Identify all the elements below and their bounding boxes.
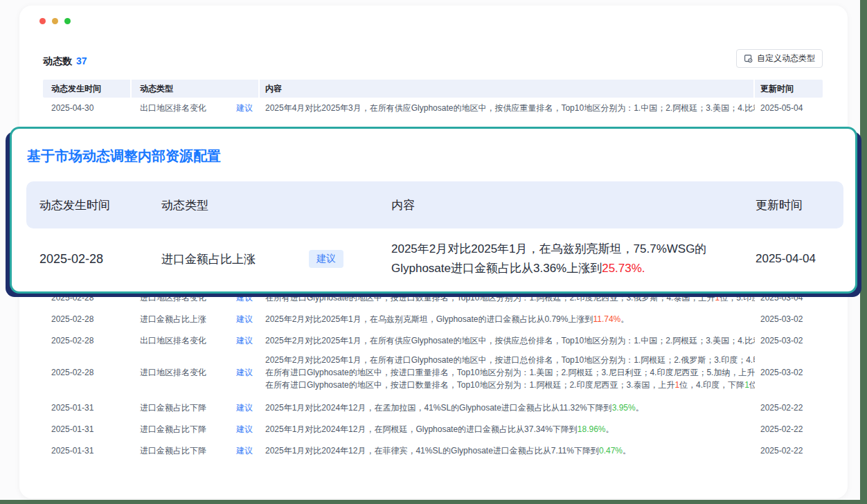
header-dynamic-type: 动态类型 bbox=[132, 80, 260, 98]
row-date: 2025-02-28 bbox=[43, 336, 132, 345]
row-type: 进口地区排名变化 bbox=[140, 292, 206, 304]
customize-dynamic-type-button[interactable]: 自定义动态类型 bbox=[736, 49, 823, 68]
suggestion-tag[interactable]: 建议 bbox=[236, 424, 253, 435]
minimize-window-icon[interactable] bbox=[52, 18, 58, 24]
callout-header-content: 内容 bbox=[391, 197, 750, 213]
header-content: 内容 bbox=[260, 80, 755, 98]
suggestion-tag[interactable]: 建议 bbox=[236, 402, 253, 414]
suggestion-tag[interactable]: 建议 bbox=[309, 250, 343, 268]
close-window-icon[interactable] bbox=[39, 18, 46, 24]
header-occur-time: 动态发生时间 bbox=[43, 80, 132, 98]
row-content: 2025年1月对比2024年12月，在菲律宾，41%SL的Glyphosate进… bbox=[260, 444, 755, 457]
table-row: 2025-01-31进口金额占比下降建议2025年1月对比2024年12月，在菲… bbox=[43, 440, 823, 461]
suggestion-tag[interactable]: 建议 bbox=[236, 314, 253, 325]
row-date: 2025-02-28 bbox=[43, 314, 132, 324]
row-date: 2025-01-31 bbox=[43, 403, 132, 413]
dynamics-count: 动态数37 bbox=[43, 55, 87, 68]
callout-table-header: 动态发生时间 动态类型 内容 更新时间 bbox=[26, 181, 843, 228]
row-date: 2025-02-28 bbox=[43, 368, 132, 377]
callout-table-row: 2025-02-28 进口金额占比上涨 建议 2025年2月对比2025年1月，… bbox=[26, 234, 843, 284]
row-updated: 2025-03-02 bbox=[755, 314, 823, 324]
table-row: 2025-02-28进口地区排名变化建议2025年2月对比2025年1月，在所有… bbox=[43, 353, 823, 392]
row-content: 2025年4月对比2025年3月，在所有供应Glyphosate的地区中，按供应… bbox=[260, 102, 755, 114]
suggestion-tag[interactable]: 建议 bbox=[236, 445, 253, 457]
maximize-window-icon[interactable] bbox=[64, 18, 71, 24]
row-date: 2025-02-28 bbox=[26, 252, 161, 267]
customize-icon bbox=[744, 54, 753, 63]
highlight-callout: 基于市场动态调整内部资源配置 动态发生时间 动态类型 内容 更新时间 2025-… bbox=[10, 127, 857, 294]
row-updated: 2025-04-04 bbox=[750, 252, 843, 266]
table-row: 2025-01-31进口金额占比下降建议2025年1月对比2024年12月，在阿… bbox=[43, 419, 823, 440]
row-date: 2025-01-31 bbox=[43, 424, 132, 434]
callout-header-update-time: 更新时间 bbox=[750, 197, 843, 213]
callout-header-occur-time: 动态发生时间 bbox=[26, 197, 161, 213]
row-type: 进口地区排名变化 bbox=[140, 367, 206, 379]
row-updated: 2025-03-02 bbox=[755, 336, 823, 345]
dynamics-count-value: 37 bbox=[76, 55, 87, 66]
suggestion-tag[interactable]: 建议 bbox=[236, 367, 253, 379]
customize-button-label: 自定义动态类型 bbox=[757, 53, 815, 64]
row-type: 出口地区排名变化 bbox=[140, 102, 206, 114]
callout-header-dynamic-type: 动态类型 bbox=[161, 197, 391, 213]
table-row: 2025-02-28进口金额占比上涨建议2025年2月对比2025年1月，在乌兹… bbox=[43, 309, 823, 330]
row-content: 2025年2月对比2025年1月，在乌兹别亮斯坦，75.7%WSG的Glypho… bbox=[391, 240, 750, 278]
row-content: 2025年1月对比2024年12月，在阿根廷，Glyphosate的进口金额占比… bbox=[260, 423, 755, 435]
table-header: 动态发生时间 动态类型 内容 更新时间 bbox=[43, 80, 823, 98]
header-update-time: 更新时间 bbox=[755, 80, 823, 98]
row-date: 2025-02-28 bbox=[43, 293, 132, 303]
row-type: 进口金额占比上涨 bbox=[161, 251, 309, 267]
callout-title: 基于市场动态调整内部资源配置 bbox=[27, 147, 221, 165]
row-type: 出口地区排名变化 bbox=[140, 335, 206, 347]
row-updated: 2025-03-02 bbox=[755, 368, 823, 377]
row-content: 2025年1月对比2024年12月，在孟加拉国，41%SL的Glyphosate… bbox=[260, 402, 755, 414]
dynamics-count-label: 动态数 bbox=[43, 55, 72, 66]
row-updated: 2025-02-22 bbox=[755, 424, 823, 434]
suggestion-tag[interactable]: 建议 bbox=[236, 335, 253, 347]
row-updated: 2025-02-22 bbox=[755, 403, 823, 413]
row-type: 进口金额占比下降 bbox=[140, 424, 206, 435]
table-row: 2025-02-28出口地区排名变化建议2025年2月对比2025年1月，在所有… bbox=[43, 330, 823, 351]
table-row: 2025-01-31进口金额占比下降建议2025年1月对比2024年12月，在孟… bbox=[43, 397, 823, 418]
row-updated: 2025-03-04 bbox=[755, 293, 823, 303]
row-content: 2025年2月对比2025年1月，在所有供应Glyphosate的地区中，按供应… bbox=[260, 334, 755, 347]
backdrop-right-strip bbox=[860, 0, 867, 504]
row-updated: 2025-05-04 bbox=[755, 103, 823, 113]
row-content: 2025年2月对比2025年1月，在所有进口Glyphosate的地区中，按进口… bbox=[260, 354, 755, 391]
suggestion-tag[interactable]: 建议 bbox=[236, 292, 253, 304]
table-row: 2025-04-30出口地区排名变化建议2025年4月对比2025年3月，在所有… bbox=[43, 98, 823, 118]
row-type: 进口金额占比下降 bbox=[140, 445, 206, 457]
row-date: 2025-04-30 bbox=[43, 103, 132, 113]
suggestion-tag[interactable]: 建议 bbox=[236, 102, 253, 114]
backdrop-bottom-strip bbox=[0, 500, 867, 504]
window-controls bbox=[39, 18, 71, 24]
row-updated: 2025-02-22 bbox=[755, 446, 823, 456]
row-type: 进口金额占比上涨 bbox=[140, 314, 206, 325]
row-date: 2025-01-31 bbox=[43, 446, 132, 456]
row-type: 进口金额占比下降 bbox=[140, 402, 206, 414]
row-content: 2025年2月对比2025年1月，在乌兹别克斯坦，Glyphosate的进口金额… bbox=[260, 313, 755, 325]
